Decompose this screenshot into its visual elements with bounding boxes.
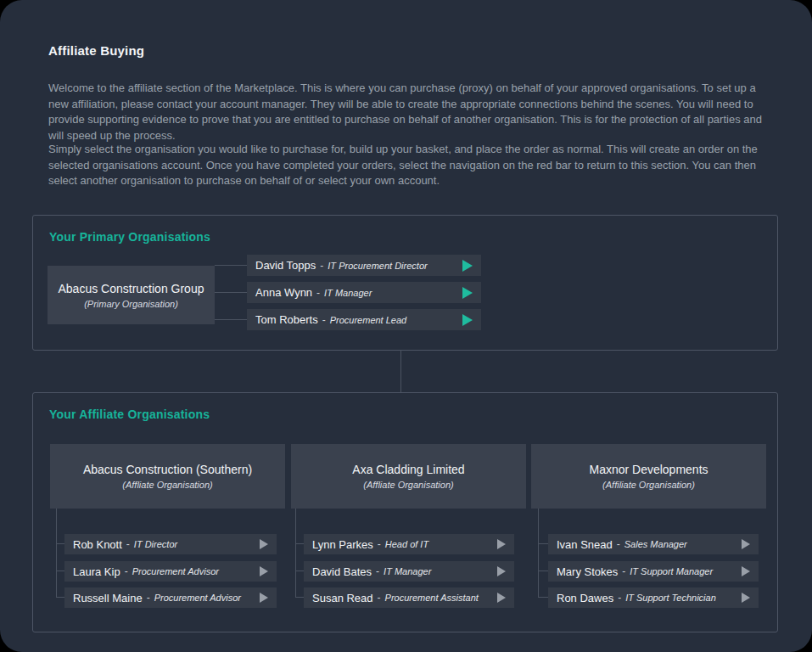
person-separator: - [622,565,625,577]
person-name: Rob Knott [73,538,122,551]
connector-line [215,292,247,293]
person-row[interactable]: Russell Maine - Procurement Advisor [64,587,277,608]
proxy-select-arrow-icon[interactable] [260,593,268,603]
connector-line [56,543,64,544]
connector-line [295,570,304,571]
person-role: IT Procurement Director [328,261,427,271]
organisation-name: Maxnor Developments [589,463,708,476]
person-name: Russell Maine [73,592,143,604]
person-row[interactable]: Laura Kip - Procurement Advisor [64,561,277,582]
person-name: Mary Stokes [557,565,618,578]
person-row[interactable]: Lynn Parkes - Head of IT [304,534,514,554]
person-role: IT Support Technician [625,593,716,603]
connector-spine [295,509,296,598]
affiliate-organisation-card: Abacus Construction (Southern) (Affliate… [50,444,285,509]
affiliate-buying-page: Affiliate Buying Welcome to the affiliat… [0,0,812,652]
organisation-name: Abacus Construction (Southern) [83,463,252,476]
person-separator: - [378,538,381,550]
person-name: Ivan Snead [557,538,613,551]
primary-organisations-panel: Your Primary Organisations Abacus Constr… [32,215,778,351]
proxy-select-arrow-icon[interactable] [462,287,473,299]
intro-paragraph-2: Simply select the organisation you would… [48,142,770,189]
person-role: IT Manager [324,288,372,298]
person-role: Sales Manager [624,539,687,549]
proxy-select-arrow-icon[interactable] [497,539,506,549]
person-row[interactable]: Ivan Snead - Sales Manager [548,534,759,554]
person-separator: - [618,592,621,604]
person-name: Lynn Parkes [312,538,373,551]
person-role: Procurement Advisor [132,566,219,576]
person-name: David Topps [255,259,316,272]
connector-line [215,319,247,320]
primary-organisation-card: Abacus Construction Group (Primary Organ… [48,266,215,324]
proxy-select-arrow-icon[interactable] [260,566,268,576]
person-separator: - [378,592,381,604]
person-row[interactable]: Tom Roberts - Procurement Lead [247,309,481,330]
person-separator: - [322,314,326,326]
primary-section-heading: Your Primary Organisations [49,230,210,244]
person-role: Procurement Lead [330,315,407,325]
person-row[interactable]: Mary Stokes - IT Support Manager [548,561,759,582]
proxy-select-arrow-icon[interactable] [742,539,750,549]
organisation-name: Axa Cladding Limited [352,463,464,476]
person-name: Laura Kip [73,565,120,578]
connector-line [56,570,64,571]
connector-line [215,265,247,266]
proxy-select-arrow-icon[interactable] [260,539,268,549]
person-row[interactable]: Anna Wynn - IT Manager [247,282,481,303]
person-separator: - [376,565,379,577]
person-row[interactable]: Susan Read - Procurement Assistant [304,587,514,608]
person-role: Head of IT [385,539,428,549]
person-row[interactable]: Ron Dawes - IT Support Technician [548,587,759,608]
organisation-name: Abacus Construction Group [59,282,204,295]
person-role: IT Director [134,539,177,549]
connector-line [538,597,548,598]
organisation-subtitle: (Affliate Organisation) [363,480,453,490]
person-role: IT Manager [384,566,431,576]
proxy-select-arrow-icon[interactable] [497,566,506,576]
connector-spine [56,509,57,598]
person-separator: - [320,260,323,272]
person-name: Susan Read [312,592,373,604]
connector-spine [538,509,539,598]
person-separator: - [316,287,320,299]
person-role: Procurement Assistant [385,593,479,603]
intro-paragraph-1: Welcome to the affiliate section of the … [48,81,770,143]
person-separator: - [125,565,128,577]
organisation-subtitle: (Affiliate Organisation) [602,480,695,490]
panel-connector-line [400,350,401,392]
person-separator: - [147,592,150,604]
affiliate-section-heading: Your Affiliate Organisations [49,408,210,421]
connector-line [538,570,548,571]
person-row[interactable]: David Bates - IT Manager [304,561,514,582]
person-name: Anna Wynn [255,286,312,299]
connector-line [295,597,304,598]
person-row[interactable]: Rob Knott - IT Director [64,534,277,554]
connector-line [56,597,64,598]
person-separator: - [126,538,130,550]
connector-line [295,543,304,544]
page-title: Affiliate Buying [48,43,144,58]
proxy-select-arrow-icon[interactable] [497,593,506,603]
person-role: IT Support Manager [630,566,713,576]
connector-line [538,543,548,544]
person-role: Procurement Advisor [154,593,241,603]
affiliate-organisations-panel: Your Affiliate Organisations Abacus Cons… [32,392,778,632]
person-name: David Bates [312,565,372,578]
organisation-subtitle: (Primary Organisation) [84,299,178,309]
person-name: Ron Dawes [557,592,613,604]
proxy-select-arrow-icon[interactable] [742,593,750,603]
affiliate-organisation-card: Axa Cladding Limited (Affliate Organisat… [291,444,526,509]
proxy-select-arrow-icon[interactable] [742,566,750,576]
person-name: Tom Roberts [255,313,318,326]
organisation-subtitle: (Affliate Organisation) [122,480,212,490]
proxy-select-arrow-icon[interactable] [462,314,473,326]
person-row[interactable]: David Topps - IT Procurement Director [247,255,481,276]
person-separator: - [617,538,620,550]
affiliate-organisation-card: Maxnor Developments (Affiliate Organisat… [531,444,766,509]
proxy-select-arrow-icon[interactable] [462,260,473,272]
